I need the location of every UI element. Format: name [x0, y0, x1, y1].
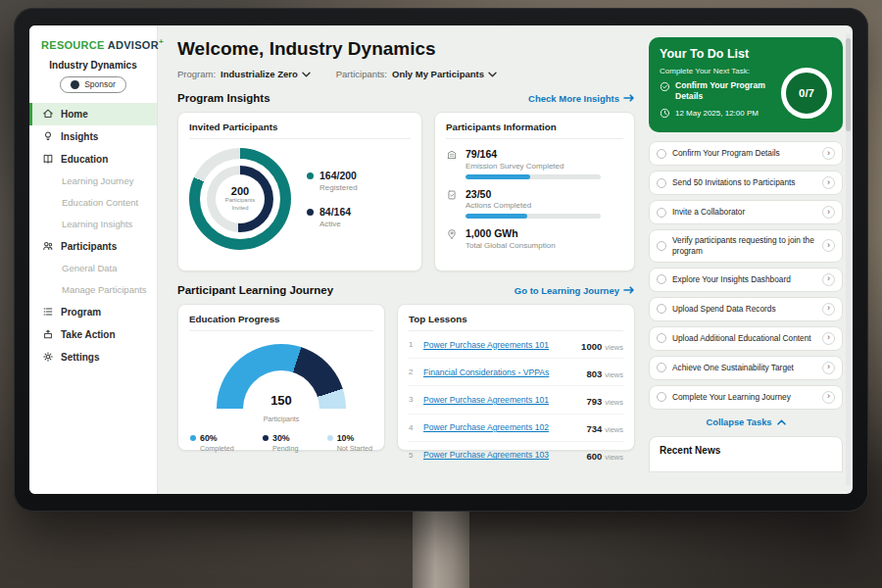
- stat-row: 79/164 Emission Survey Completed: [446, 148, 623, 179]
- lesson-rank: 2: [409, 368, 416, 376]
- bulb-icon: [42, 130, 54, 142]
- education-progress-card: Education Progress 150 Participants: [177, 304, 385, 451]
- chevron-right-icon[interactable]: ›: [822, 332, 835, 345]
- sidebar-item-participants[interactable]: Participants: [29, 235, 157, 258]
- sidebar-item-learning-journey[interactable]: Learning Journey: [29, 171, 157, 192]
- stat-value: 1,000 GWh: [466, 227, 556, 239]
- legend-item: 60% Completed: [190, 433, 234, 453]
- lesson-link[interactable]: Power Purchase Agreements 101: [423, 395, 579, 405]
- chevron-right-icon[interactable]: ›: [822, 176, 835, 189]
- task-row[interactable]: Complete Your Learning Journey ›: [649, 385, 843, 410]
- sidebar: RESOURCE ADVISOR+ Industry Dynamics Spon…: [29, 25, 158, 494]
- check-more-insights-link[interactable]: Check More Insights: [528, 93, 635, 104]
- chevron-right-icon[interactable]: ›: [822, 303, 835, 316]
- task-checkbox[interactable]: [657, 363, 666, 372]
- legend-item: 84/164 Active: [307, 206, 358, 228]
- sidebar-item-general-data[interactable]: General Data: [29, 258, 157, 279]
- legend-value: 30%: [272, 433, 298, 443]
- task-checkbox[interactable]: [657, 333, 666, 343]
- chevron-right-icon[interactable]: ›: [822, 273, 835, 286]
- scrollbar[interactable]: [846, 33, 851, 486]
- chevron-right-icon[interactable]: ›: [822, 391, 835, 404]
- collapse-tasks-link[interactable]: Collapse Tasks: [649, 417, 843, 427]
- sidebar-item-program[interactable]: Program: [29, 301, 157, 323]
- program-filter-value: Industrialize Zero: [220, 69, 298, 79]
- task-checkbox[interactable]: [657, 392, 666, 402]
- task-row[interactable]: Invite a Collaborator ›: [649, 200, 843, 224]
- legend-dot-pending: [263, 435, 269, 441]
- sidebar-item-insights[interactable]: Insights: [29, 125, 157, 148]
- lesson-views-unit: views: [605, 425, 623, 434]
- task-row[interactable]: Explore Your Insights Dashboard ›: [649, 268, 843, 292]
- lesson-views: 734: [586, 423, 602, 434]
- sidebar-item-learning-insights[interactable]: Learning Insights: [29, 214, 157, 235]
- check-circle-icon: [660, 81, 670, 92]
- lesson-link[interactable]: Financial Considerations - VPPAs: [423, 368, 579, 377]
- location-pin-icon: [446, 228, 458, 240]
- sidebar-item-take-action[interactable]: Take Action: [29, 323, 157, 346]
- lesson-views: 793: [586, 396, 602, 407]
- sidebar-item-home[interactable]: Home: [29, 103, 157, 125]
- task-label: Explore Your Insights Dashboard: [672, 274, 816, 285]
- legend-label: Not Started: [337, 444, 372, 453]
- link-label: Check More Insights: [528, 93, 619, 104]
- stat-label: Emission Survey Completed: [466, 162, 601, 171]
- section-title: Participant Learning Journey: [177, 284, 333, 296]
- people-icon: [42, 240, 54, 252]
- checklist-icon: [446, 189, 458, 201]
- lesson-link[interactable]: Power Purchase Agreements 103: [423, 450, 579, 460]
- task-row[interactable]: Upload Additional Educational Content ›: [649, 326, 843, 351]
- participants-filter[interactable]: Participants: Only My Participants: [336, 69, 497, 79]
- lesson-views-unit: views: [605, 370, 623, 379]
- todo-next-task[interactable]: Confirm Your Program Details: [660, 80, 779, 101]
- task-row[interactable]: Verify participants requesting to join t…: [649, 229, 843, 263]
- action-box-icon: [42, 328, 54, 340]
- task-checkbox[interactable]: [657, 304, 666, 314]
- todo-summary-card: Your To Do List Complete Your Next Task:…: [649, 37, 843, 132]
- task-row[interactable]: Achieve One Sustainability Target ›: [649, 356, 843, 380]
- gauge-center-label: Participants: [264, 416, 300, 422]
- sidebar-item-manage-participants[interactable]: Manage Participants: [29, 279, 157, 301]
- task-row[interactable]: Confirm Your Program Details ›: [649, 141, 843, 166]
- task-row[interactable]: Send 50 Invitations to Participants ›: [649, 171, 843, 195]
- task-label: Send 50 Invitations to Participants: [672, 177, 816, 188]
- chevron-right-icon[interactable]: ›: [822, 239, 835, 252]
- sidebar-item-label: Program: [61, 307, 101, 318]
- card-title: Top Lessons: [409, 314, 623, 331]
- todo-task-list: Confirm Your Program Details › Send 50 I…: [649, 141, 843, 410]
- sidebar-item-settings[interactable]: Settings: [29, 346, 157, 368]
- sidebar-item-label: Manage Participants: [62, 284, 147, 295]
- stat-row: 23/50 Actions Completed: [446, 188, 623, 220]
- task-checkbox[interactable]: [657, 208, 666, 218]
- lesson-link[interactable]: Power Purchase Agreements 102: [423, 422, 579, 432]
- lesson-link[interactable]: Power Purchase Agreements 101: [423, 340, 574, 350]
- go-to-learning-journey-link[interactable]: Go to Learning Journey: [514, 285, 635, 296]
- sidebar-item-education[interactable]: Education: [29, 148, 157, 171]
- lesson-rank: 1: [409, 340, 416, 349]
- task-row[interactable]: Upload Spend Data Records ›: [649, 297, 843, 321]
- program-insights-cards: Invited Participants 200 Participants In…: [177, 112, 635, 271]
- chevron-right-icon[interactable]: ›: [822, 147, 835, 160]
- todo-panel: Your To Do List Complete Your Next Task:…: [647, 25, 853, 494]
- task-checkbox[interactable]: [657, 149, 666, 159]
- sidebar-item-education-content[interactable]: Education Content: [29, 192, 157, 214]
- gear-icon: [42, 351, 54, 363]
- progress-bar: [466, 214, 601, 219]
- program-filter[interactable]: Program: Industrialize Zero: [177, 69, 311, 79]
- task-checkbox[interactable]: [657, 241, 666, 251]
- scrollbar-thumb[interactable]: [846, 38, 851, 131]
- task-label: Achieve One Sustainability Target: [672, 363, 816, 373]
- lesson-row: 3 Power Purchase Agreements 101 793views: [409, 386, 623, 414]
- gauge-legend: 60% Completed 30% Pending: [189, 433, 373, 453]
- task-checkbox[interactable]: [657, 178, 666, 188]
- list-icon: [42, 306, 54, 318]
- legend-value: 10%: [337, 433, 372, 443]
- task-checkbox[interactable]: [657, 274, 666, 284]
- lesson-row: 4 Power Purchase Agreements 102 734views: [409, 415, 623, 442]
- chevron-right-icon[interactable]: ›: [822, 206, 835, 219]
- sponsor-badge[interactable]: Sponsor: [60, 76, 126, 93]
- chevron-right-icon[interactable]: ›: [822, 362, 835, 374]
- sidebar-item-label: Participants: [61, 241, 117, 252]
- lesson-row: 2 Financial Considerations - VPPAs 803vi…: [409, 359, 623, 386]
- stat-row: 1,000 GWh Total Global Consumption: [446, 227, 623, 250]
